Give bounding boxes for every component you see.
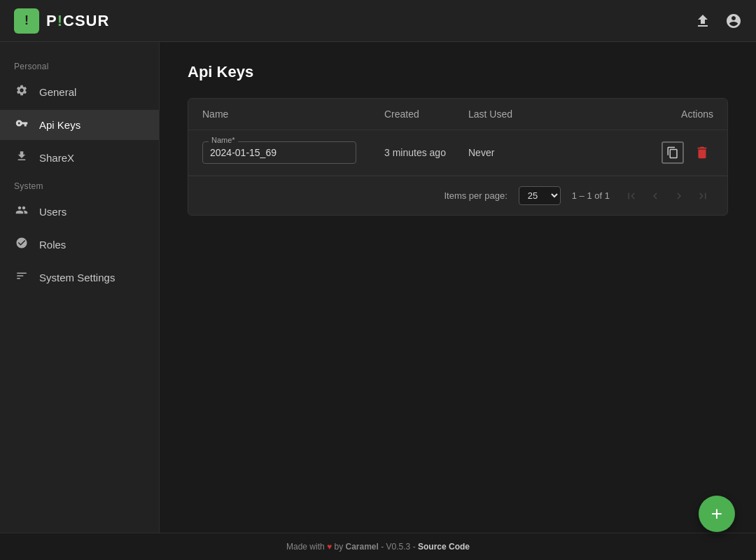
- next-page-icon: [673, 190, 685, 202]
- footer-by: by: [335, 542, 346, 552]
- upload-icon: [694, 13, 711, 29]
- col-last-used: Last Used: [468, 108, 608, 120]
- items-per-page-select[interactable]: 10 25 50 100: [519, 186, 561, 205]
- account-button[interactable]: [725, 13, 742, 29]
- first-page-icon: [625, 190, 638, 202]
- logo-area: ! P!CSUR: [14, 8, 109, 34]
- app-name: P!CSUR: [46, 12, 109, 30]
- sidebar-api-keys-label: Api Keys: [39, 119, 80, 131]
- personal-section-label: Personal: [0, 56, 159, 74]
- key-icon: [14, 117, 29, 133]
- sidebar-item-api-keys[interactable]: Api Keys: [0, 110, 159, 140]
- col-name: Name: [202, 108, 384, 120]
- footer-heart-icon: ♥: [327, 542, 332, 552]
- download-icon: [14, 150, 29, 166]
- sidebar-item-sharex[interactable]: ShareX: [0, 143, 159, 173]
- last-page-icon: [696, 190, 709, 202]
- sidebar: Personal General Api Keys: [0, 42, 160, 533]
- footer-version: V0.5.3: [386, 542, 411, 552]
- copy-icon: [666, 146, 679, 159]
- sidebar-general-label: General: [39, 86, 76, 98]
- top-header: ! P!CSUR: [0, 0, 756, 42]
- main-layout: Personal General Api Keys: [0, 42, 756, 533]
- pagination-info: 1 – 1 of 1: [572, 190, 610, 201]
- api-keys-table: Name Created Last Used Actions Name* 202…: [188, 98, 728, 216]
- footer-author: Caramel: [346, 542, 379, 552]
- system-settings-icon: [14, 270, 29, 286]
- table-row: Name* 2024-01-15_69 3 minutes ago Never: [188, 130, 727, 176]
- users-icon: [14, 204, 29, 220]
- name-cell: Name* 2024-01-15_69: [202, 141, 384, 164]
- sidebar-item-roles[interactable]: Roles: [0, 230, 159, 260]
- pagination-nav: [621, 187, 713, 205]
- col-created: Created: [384, 108, 468, 120]
- footer-dash: -: [413, 542, 418, 552]
- upload-button[interactable]: [694, 13, 711, 29]
- footer-made-with: Made with: [286, 542, 327, 552]
- created-cell: 3 minutes ago: [384, 147, 468, 158]
- add-api-key-fab[interactable]: +: [699, 496, 735, 532]
- name-field-label: Name*: [209, 136, 238, 144]
- page-title: Api Keys: [188, 63, 728, 81]
- sidebar-users-label: Users: [39, 206, 66, 218]
- account-icon: [725, 13, 742, 29]
- prev-page-button[interactable]: [645, 187, 666, 205]
- fab-plus-icon: +: [711, 503, 722, 525]
- footer: Made with ♥ by Caramel - V0.5.3 - Source…: [0, 533, 756, 560]
- next-page-button[interactable]: [668, 187, 690, 205]
- last-used-cell: Never: [468, 147, 608, 158]
- col-actions: Actions: [608, 108, 713, 120]
- app-logo-icon: !: [14, 8, 39, 34]
- table-header: Name Created Last Used Actions: [188, 99, 727, 130]
- sidebar-item-general[interactable]: General: [0, 77, 159, 107]
- prev-page-icon: [649, 190, 662, 202]
- roles-icon: [14, 237, 29, 253]
- sidebar-roles-label: Roles: [39, 239, 66, 251]
- system-section-label: System: [0, 176, 159, 194]
- actions-cell: [608, 141, 713, 164]
- footer-separator: -: [381, 542, 386, 552]
- last-page-button[interactable]: [692, 187, 713, 205]
- content-area: Api Keys Name Created Last Used Actions …: [160, 42, 756, 533]
- items-per-page-label: Items per page:: [444, 190, 507, 201]
- name-field: Name* 2024-01-15_69: [202, 141, 356, 164]
- footer-source-code-link[interactable]: Source Code: [418, 542, 470, 552]
- first-page-button[interactable]: [621, 187, 642, 205]
- copy-key-button[interactable]: [662, 141, 684, 164]
- trash-icon: [694, 145, 710, 160]
- name-field-value: 2024-01-15_69: [210, 147, 276, 158]
- sidebar-system-settings-label: System Settings: [39, 272, 115, 284]
- delete-key-button[interactable]: [691, 141, 713, 164]
- pagination-row: Items per page: 10 25 50 100 1 – 1 of 1: [188, 176, 727, 215]
- sidebar-item-system-settings[interactable]: System Settings: [0, 262, 159, 293]
- sidebar-item-users[interactable]: Users: [0, 197, 159, 227]
- sidebar-sharex-label: ShareX: [39, 152, 74, 164]
- gear-icon: [14, 84, 29, 100]
- header-actions: [694, 13, 742, 29]
